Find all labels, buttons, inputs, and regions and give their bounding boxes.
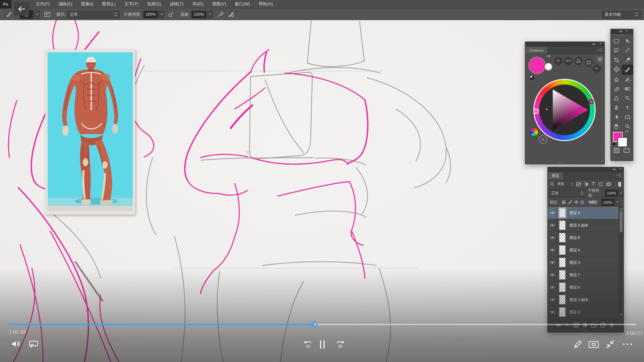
pen-tool[interactable] (611, 103, 622, 112)
filter-shape-layers-icon[interactable] (598, 182, 603, 187)
layer-visibility-toggle[interactable] (548, 256, 557, 268)
panel-menu-icon[interactable] (597, 48, 602, 52)
layer-visibility-toggle[interactable] (548, 294, 557, 306)
layers-scrollbar[interactable] (619, 207, 623, 317)
type-tool[interactable]: T (622, 103, 633, 112)
tools-grip-dots[interactable] (618, 35, 626, 36)
layer-visibility-toggle[interactable] (548, 281, 557, 293)
filter-smart-object-icon[interactable] (606, 182, 611, 187)
layer-thumbnail[interactable] (559, 221, 566, 230)
layer-name[interactable]: 图层 8 副本 (570, 223, 588, 228)
layer-thumbnail[interactable] (559, 270, 566, 280)
menu-filter[interactable]: 滤镜(T) (165, 0, 188, 8)
layer-name[interactable]: 图层 8 (570, 235, 580, 240)
menu-help[interactable]: 帮助(H) (254, 0, 277, 8)
layer-thumbnail[interactable] (559, 283, 566, 292)
panel-menu-icon[interactable] (616, 174, 622, 177)
airbrush-icon[interactable] (217, 11, 223, 18)
quick-mask-icon[interactable] (613, 147, 620, 154)
layers-tab[interactable]: 图层 (548, 172, 564, 179)
lasso-tool[interactable] (611, 46, 622, 55)
annotate-button[interactable] (573, 340, 582, 349)
swap-colors-icon[interactable] (624, 130, 630, 135)
dodge-tool[interactable] (622, 94, 633, 103)
smudge-tool[interactable] (611, 94, 622, 103)
path-select-tool[interactable] (611, 112, 622, 122)
layer-visibility-toggle[interactable] (548, 269, 557, 281)
skip-forward-button[interactable]: 30 (335, 339, 345, 350)
subtitles-button[interactable] (29, 340, 38, 348)
new-group-icon[interactable] (591, 322, 597, 328)
move-tool[interactable] (622, 37, 633, 46)
shape-tool[interactable] (622, 112, 633, 122)
filtering-toggle[interactable] (618, 182, 622, 187)
square-mode-icon[interactable] (539, 135, 547, 144)
magic-wand-tool[interactable] (622, 46, 633, 55)
coolorus-settings-button[interactable] (596, 55, 604, 63)
menu-image[interactable]: 图像(I) (77, 0, 98, 8)
rgb-wheel-icon[interactable] (530, 128, 538, 136)
menu-window[interactable]: 窗口(W) (230, 0, 254, 8)
layer-thumbnail[interactable] (559, 245, 566, 255)
layer-row[interactable]: 图层 9 (548, 207, 624, 219)
layer-blend-mode-dropdown[interactable]: 正常 (549, 190, 585, 197)
filter-type-layers-icon[interactable]: T (592, 181, 594, 186)
exit-fullscreen-button[interactable] (605, 339, 615, 349)
more-options-button[interactable] (623, 343, 633, 346)
layer-row[interactable]: 图层 3 (548, 306, 624, 318)
layer-name[interactable]: 图层 3 (570, 310, 580, 315)
pause-button[interactable] (319, 340, 326, 349)
hue-selector[interactable] (589, 99, 594, 104)
panel-resize-dots[interactable] (581, 330, 589, 331)
layer-name[interactable]: 图层 7 (570, 273, 580, 278)
current-color-swatch[interactable] (528, 57, 546, 74)
filter-pixel-layers-icon[interactable] (576, 182, 581, 187)
layer-visibility-toggle[interactable] (548, 244, 557, 256)
close-panel-icon[interactable]: × (600, 41, 602, 45)
history-brush-tool[interactable] (622, 75, 633, 84)
eraser-tool[interactable] (611, 84, 622, 94)
collapse-panel-icon[interactable] (592, 43, 596, 46)
layer-opacity-chevron[interactable] (619, 190, 624, 197)
mini-view-button[interactable] (588, 341, 599, 349)
panel-resize-grip[interactable] (600, 159, 603, 163)
progress-handle[interactable] (311, 321, 318, 327)
blend-mode-dropdown[interactable]: 正常 (67, 11, 120, 18)
menu-file[interactable]: 文件(F) (32, 0, 54, 8)
layer-thumbnail[interactable] (559, 258, 566, 267)
clone-stamp-tool[interactable] (611, 75, 622, 84)
layer-visibility-toggle[interactable] (548, 207, 557, 219)
harmony-mono-icon[interactable] (554, 57, 562, 65)
volume-button[interactable] (11, 339, 21, 349)
layer-visibility-toggle[interactable] (548, 232, 557, 244)
flow-value-field[interactable]: 100% (192, 11, 207, 18)
add-mask-icon[interactable] (573, 322, 579, 328)
link-layers-icon[interactable] (556, 322, 562, 328)
layer-visibility-toggle[interactable] (548, 306, 557, 318)
layer-thumbnail[interactable] (559, 208, 566, 218)
player-back-button[interactable] (14, 2, 30, 16)
toggle-brush-panel-icon[interactable] (44, 11, 51, 18)
new-layer-icon[interactable] (600, 322, 606, 328)
menu-layer[interactable]: 图层(L) (98, 0, 120, 8)
progress-bar-track[interactable] (8, 324, 637, 325)
coolorus-tab[interactable]: Coolorus (525, 47, 548, 54)
background-color-swatch[interactable] (618, 138, 627, 146)
marquee-tool[interactable] (611, 37, 622, 46)
pressure-opacity-icon[interactable] (168, 11, 174, 18)
filter-type-dropdown[interactable]: 类型 (555, 181, 575, 187)
layer-thumbnail[interactable] (559, 307, 566, 317)
layer-row[interactable]: 图层 4 (548, 256, 624, 269)
collapse-panel-icon[interactable] (612, 168, 616, 171)
ring-selector[interactable] (533, 108, 539, 114)
panel-resize-dots[interactable] (557, 162, 565, 163)
previous-color-swatch[interactable] (544, 63, 552, 71)
layer-opacity-field[interactable]: 100% (605, 190, 618, 197)
delete-layer-icon[interactable] (609, 322, 615, 328)
menu-select[interactable]: 选择(S) (143, 0, 165, 8)
gradient-tool[interactable] (622, 84, 633, 94)
layer-thumbnail[interactable] (559, 233, 566, 242)
layer-row[interactable]: 图层 8 (548, 232, 624, 244)
lock-transparent-icon[interactable] (562, 200, 566, 204)
menu-3d[interactable]: 3D(D) (188, 0, 208, 8)
